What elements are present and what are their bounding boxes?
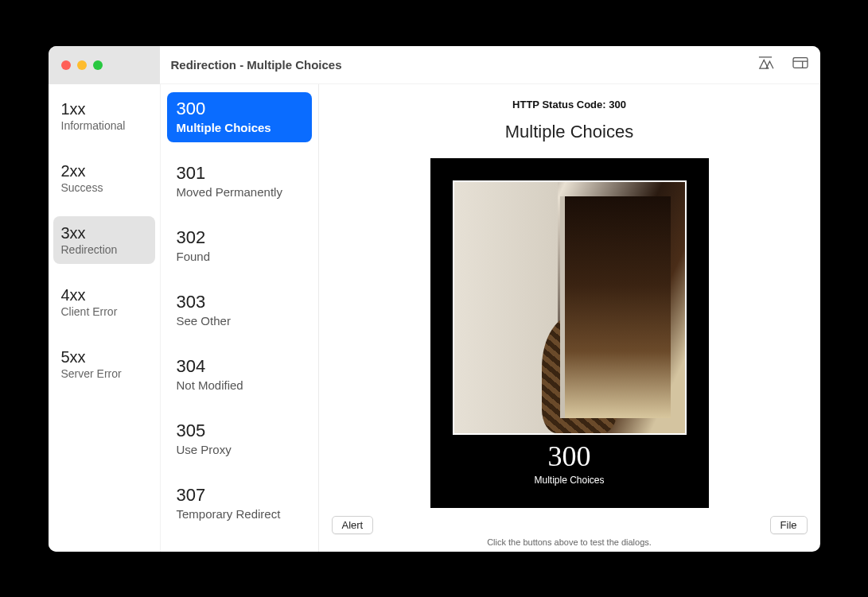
app-window: Redirection - Multiple Choices 1xx Infor… [49, 46, 820, 552]
status-label: Moved Permanently [177, 185, 302, 199]
status-item-301[interactable]: 301 Moved Permanently [167, 157, 312, 207]
category-label: Server Error [61, 367, 147, 380]
status-poster: 300 Multiple Choices [430, 158, 709, 508]
status-item-302[interactable]: 302 Found [167, 221, 312, 271]
poster-cat-1 [589, 222, 652, 309]
svg-rect-1 [793, 58, 808, 68]
status-item-307[interactable]: 307 Temporary Redirect [167, 479, 312, 529]
status-code: 301 [177, 163, 302, 184]
toolbar-icons [757, 56, 809, 73]
status-label: Use Proxy [177, 443, 302, 456]
minimize-window-button[interactable] [77, 60, 87, 70]
category-code: 1xx [61, 100, 147, 118]
category-label: Informational [61, 119, 147, 132]
detail-header: HTTP Status Code: 300 Multiple Choices [319, 84, 820, 142]
file-button[interactable]: File [770, 516, 808, 534]
layout-icon[interactable] [792, 56, 809, 73]
titlebar-content: Redirection - Multiple Choices [160, 46, 820, 84]
status-item-304[interactable]: 304 Not Modified [167, 350, 312, 400]
traffic-lights [49, 46, 160, 84]
poster-code: 300 [548, 440, 591, 473]
status-code: 303 [177, 292, 302, 312]
status-code: 307 [177, 485, 302, 506]
titlebar: Redirection - Multiple Choices [49, 46, 820, 84]
category-label: Success [61, 181, 147, 194]
alert-button[interactable]: Alert [332, 516, 374, 534]
category-item-4xx[interactable]: 4xx Client Error [53, 278, 155, 326]
category-item-1xx[interactable]: 1xx Informational [53, 92, 155, 140]
close-window-button[interactable] [61, 60, 71, 70]
poster-image [453, 180, 687, 435]
http-status-line: HTTP Status Code: 300 [319, 99, 820, 110]
status-code: 300 [177, 99, 302, 119]
status-sidebar: 300 Multiple Choices 301 Moved Permanent… [160, 84, 319, 552]
category-item-2xx[interactable]: 2xx Success [53, 154, 155, 202]
status-label: See Other [177, 314, 302, 328]
status-item-300[interactable]: 300 Multiple Choices [167, 92, 312, 142]
category-code: 5xx [61, 348, 147, 366]
image-area: 300 Multiple Choices [319, 158, 820, 510]
window-title: Redirection - Multiple Choices [171, 58, 342, 72]
status-label: Not Modified [177, 378, 302, 392]
content-body: 1xx Informational 2xx Success 3xx Redire… [49, 84, 820, 552]
status-code: 304 [177, 356, 302, 377]
inspector-icon[interactable] [757, 56, 774, 73]
zoom-window-button[interactable] [93, 60, 103, 70]
detail-title: Multiple Choices [319, 122, 820, 142]
category-item-5xx[interactable]: 5xx Server Error [53, 340, 155, 388]
category-label: Client Error [61, 305, 147, 318]
status-item-303[interactable]: 303 See Other [167, 285, 312, 335]
poster-label: Multiple Choices [534, 475, 604, 486]
status-item-305[interactable]: 305 Use Proxy [167, 414, 312, 464]
category-label: Redirection [61, 243, 147, 256]
status-label: Temporary Redirect [177, 507, 302, 521]
category-sidebar: 1xx Informational 2xx Success 3xx Redire… [49, 84, 160, 552]
detail-pane: HTTP Status Code: 300 Multiple Choices 3… [319, 84, 820, 552]
status-label: Multiple Choices [177, 121, 302, 134]
button-bar: Alert File [319, 510, 820, 537]
category-code: 2xx [61, 162, 147, 180]
status-code: 305 [177, 421, 302, 441]
hint-text: Click the buttons above to test the dial… [319, 537, 820, 552]
status-label: Found [177, 250, 302, 263]
poster-cat-2 [542, 314, 617, 433]
status-code: 302 [177, 227, 302, 248]
category-code: 4xx [61, 286, 147, 304]
category-item-3xx[interactable]: 3xx Redirection [53, 216, 155, 264]
category-code: 3xx [61, 224, 147, 242]
